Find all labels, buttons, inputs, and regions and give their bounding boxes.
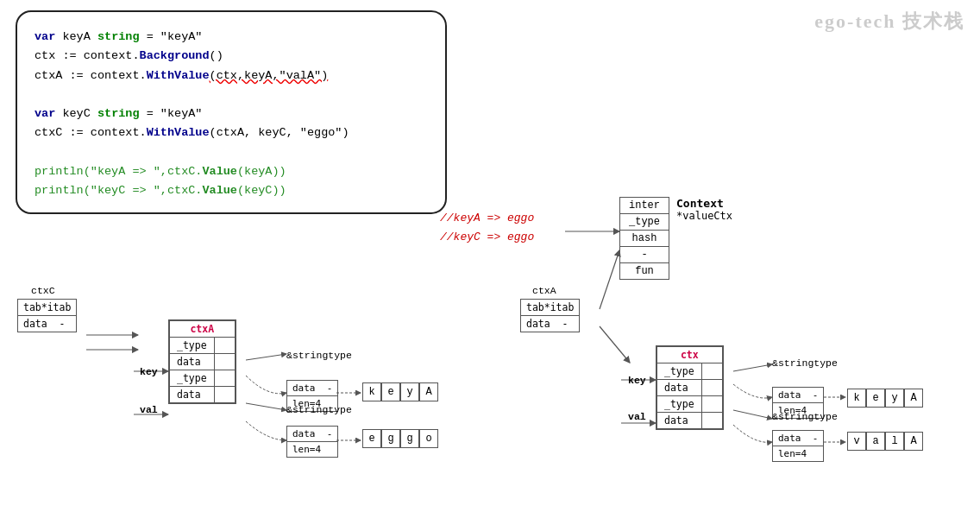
ctxC-label: ctxC bbox=[31, 285, 55, 296]
ctx-right-struct: ctx _type data _type data bbox=[656, 345, 724, 430]
code-text: (ctxA, keyC, "eggo") bbox=[210, 126, 349, 139]
code-text: ctx := context. bbox=[35, 49, 140, 62]
svg-line-6 bbox=[246, 354, 286, 360]
svg-line-7 bbox=[246, 403, 286, 410]
code-text: () bbox=[210, 49, 223, 62]
ctxA-right-box: tab*itab data - bbox=[520, 299, 580, 332]
key-label-right: key bbox=[628, 375, 646, 386]
output-comments: //keyA => eggo //keyC => eggo bbox=[440, 209, 534, 247]
method-withvalue1: WithValue bbox=[147, 69, 210, 82]
type-string: string bbox=[97, 30, 140, 43]
code-text-underline: (ctx,keyA,"valA") bbox=[210, 69, 329, 82]
struct-field-inter: inter bbox=[620, 198, 669, 214]
ctxC-box: tab*itab data - bbox=[17, 299, 77, 332]
struct-field-dash: - bbox=[620, 247, 669, 263]
struct-field-fun: fun bbox=[620, 263, 669, 280]
method-background: Background bbox=[140, 49, 210, 62]
value-ctx-label: *valueCtx bbox=[676, 210, 732, 222]
type-string2: string bbox=[97, 107, 140, 120]
code-block: var keyA string = "keyA" ctx := context.… bbox=[16, 10, 447, 214]
keyword-var: var bbox=[35, 30, 55, 43]
val-label-left: val bbox=[140, 404, 158, 415]
keyA-chars-left: keyA bbox=[362, 382, 438, 401]
comment-line1: //keyA => eggo bbox=[440, 209, 534, 228]
ctxA-left-struct: ctxA _type data _type data bbox=[168, 319, 236, 404]
code-text: ctxA := context. bbox=[35, 69, 147, 82]
method-value1: Value bbox=[202, 165, 237, 178]
key-label-left: key bbox=[140, 366, 158, 377]
code-text: = "keyA" bbox=[147, 30, 203, 43]
stringtype-key-left: &stringtype bbox=[286, 350, 352, 361]
code-text-green1: println("keyA => ",ctxC. bbox=[35, 165, 202, 178]
keyA-chars-right: keyA bbox=[847, 389, 923, 408]
ctxA-right-label: ctxA bbox=[532, 285, 556, 296]
code-text: keyA bbox=[62, 30, 97, 43]
keyword-var2: var bbox=[35, 107, 55, 120]
method-withvalue2: WithValue bbox=[147, 126, 210, 139]
svg-line-14 bbox=[733, 410, 772, 419]
stringtype-val-right: &stringtype bbox=[772, 411, 838, 422]
data-box-val-left: data - len=4 bbox=[286, 426, 338, 458]
code-text: = "keyA" bbox=[147, 107, 203, 120]
code-text-green1b: (keyA)) bbox=[237, 165, 286, 178]
valA-chars-right: valA bbox=[847, 432, 923, 451]
val-label-right: val bbox=[628, 411, 646, 422]
context-label: Context bbox=[676, 197, 732, 210]
data-box-val-right: data - len=4 bbox=[772, 430, 824, 462]
method-value2: Value bbox=[202, 184, 237, 197]
watermark: ego-tech 技术栈 bbox=[814, 9, 964, 35]
code-text: keyC bbox=[62, 107, 97, 120]
context-struct-table: inter _type hash - fun bbox=[619, 197, 669, 280]
stringtype-val-left: &stringtype bbox=[286, 404, 352, 415]
struct-field-type: _type bbox=[620, 214, 669, 231]
eggo-chars: eggo bbox=[362, 429, 438, 448]
svg-line-13 bbox=[733, 364, 772, 371]
stringtype-key-right: &stringtype bbox=[772, 357, 838, 369]
svg-line-1 bbox=[600, 250, 619, 309]
struct-field-hash: hash bbox=[620, 231, 669, 247]
code-text-green2: println("keyC => ",ctxC. bbox=[35, 184, 202, 197]
comment-line2: //keyC => eggo bbox=[440, 228, 534, 247]
context-struct-box: inter _type hash - fun Context *valueCtx bbox=[619, 197, 732, 280]
code-text-green2b: (keyC)) bbox=[237, 184, 286, 197]
svg-line-10 bbox=[600, 326, 630, 363]
code-text: ctxC := context. bbox=[35, 126, 147, 139]
